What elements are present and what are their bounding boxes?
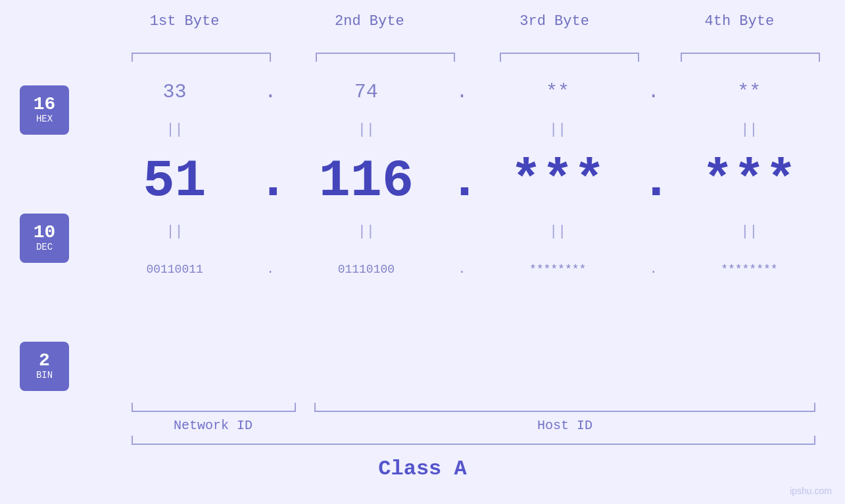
bracket-top-1	[132, 53, 270, 54]
main-container: 1st Byte 2nd Byte 3rd Byte 4th Byte 16 H…	[0, 0, 845, 504]
watermark: ipshu.com	[790, 486, 832, 496]
hex-b1: 33	[92, 81, 257, 103]
bracket-tick-2l	[316, 53, 317, 62]
bin-dot3: .	[640, 263, 667, 276]
hex-dot2: .	[449, 81, 475, 103]
bracket-tick-3r	[638, 53, 639, 62]
hex-b3: **	[475, 81, 640, 103]
host-tick-left	[314, 403, 316, 412]
badge-hex-num: 16	[34, 95, 56, 114]
host-id-label: Host ID	[314, 418, 815, 433]
eq2-b1: ||	[92, 223, 257, 240]
badge-bin-label: BIN	[36, 370, 53, 381]
eq2-b4: ||	[667, 223, 832, 240]
hex-dot1: .	[257, 81, 283, 103]
eq2-b3: ||	[475, 223, 640, 240]
dec-b3: ***	[475, 151, 640, 211]
equals-row-1: || || || ||	[92, 118, 832, 141]
host-tick-right	[814, 403, 815, 412]
outer-tick-left	[132, 436, 133, 445]
bracket-top-4	[681, 53, 819, 54]
hex-b2: 74	[283, 81, 448, 103]
badge-dec: 10 DEC	[20, 214, 69, 263]
bin-b2: 01110100	[283, 263, 448, 276]
badge-hex: 16 HEX	[20, 85, 69, 135]
dec-dot1: .	[257, 151, 283, 211]
badge-dec-num: 10	[34, 223, 56, 242]
equals-row-2: || || || ||	[92, 220, 832, 243]
bracket-top-3	[500, 53, 638, 54]
bracket-tick-2r	[454, 53, 455, 62]
bracket-tick-3l	[500, 53, 501, 62]
bracket-top-2	[316, 53, 454, 54]
bracket-tick-1l	[132, 53, 133, 62]
base-labels: 16 HEX 10 DEC 2 BIN	[20, 85, 69, 391]
bin-b4: ********	[667, 263, 832, 276]
eq1-b2: ||	[283, 122, 448, 138]
dec-b1: 51	[92, 151, 257, 211]
header-byte4: 4th Byte	[647, 13, 832, 30]
badge-bin-num: 2	[39, 352, 50, 370]
hex-b4: **	[667, 81, 832, 103]
eq2-b2: ||	[283, 223, 448, 240]
bracket-tick-4r	[819, 53, 820, 62]
bin-b1: 00110011	[92, 263, 257, 276]
outer-tick-right	[814, 436, 815, 445]
network-id-label: Network ID	[132, 418, 295, 433]
badge-bin: 2 BIN	[20, 342, 69, 391]
bracket-tick-1r	[270, 53, 271, 62]
badge-dec-label: DEC	[36, 242, 53, 253]
dec-dot3: .	[640, 151, 667, 211]
badge-hex-label: HEX	[36, 114, 53, 125]
eq1-b3: ||	[475, 122, 640, 138]
bin-b3: ********	[475, 263, 640, 276]
class-label: Class A	[0, 457, 845, 481]
main-grid: 33 . 74 . ** . ** || ||	[92, 66, 832, 296]
header-byte3: 3rd Byte	[462, 13, 647, 30]
hex-dot3: .	[640, 81, 667, 103]
host-bracket	[314, 411, 815, 412]
row-hex: 33 . 74 . ** . **	[92, 66, 832, 118]
bracket-tick-4l	[681, 53, 682, 62]
outer-bracket	[132, 444, 815, 445]
row-dec: 51 . 116 . *** . ***	[92, 141, 832, 220]
dec-dot2: .	[449, 151, 475, 211]
header-byte2: 2nd Byte	[277, 13, 462, 30]
eq1-b1: ||	[92, 122, 257, 138]
byte-headers: 1st Byte 2nd Byte 3rd Byte 4th Byte	[92, 13, 832, 30]
row-bin: 00110011 . 01110100 . ******** . *******…	[92, 243, 832, 296]
network-bracket	[132, 411, 295, 412]
dec-b2: 116	[283, 151, 448, 211]
bin-dot2: .	[449, 263, 475, 276]
header-byte1: 1st Byte	[92, 13, 277, 30]
network-tick-left	[132, 403, 133, 412]
bin-dot1: .	[257, 263, 283, 276]
network-tick-right	[295, 403, 296, 412]
eq1-b4: ||	[667, 122, 832, 138]
dec-b4: ***	[667, 151, 832, 211]
